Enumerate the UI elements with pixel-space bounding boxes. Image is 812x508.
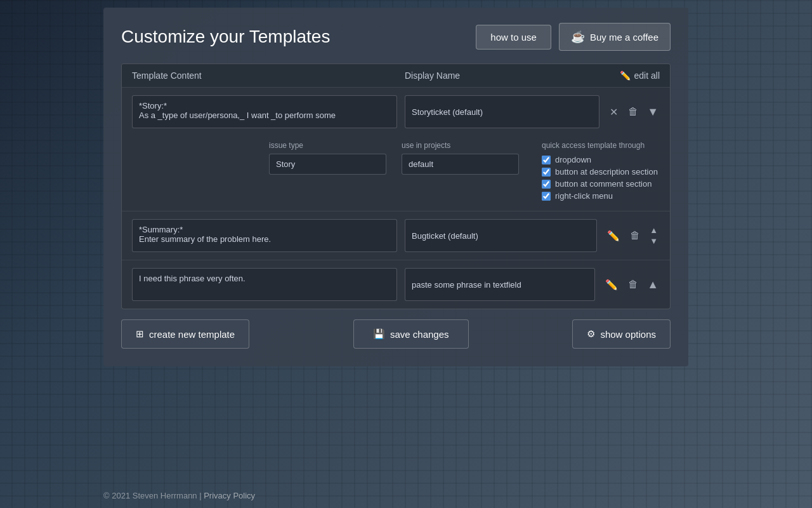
template-row-main-summary: *Summary:* Enter summary of the problem … [122,211,670,260]
story-chevron-button[interactable]: ▼ [646,104,660,120]
how-to-use-button[interactable]: how to use [476,25,551,50]
template-row-main-phrase: I need this phrase very often. ✏️ 🗑 ▲ [122,260,670,309]
show-options-label: show options [600,329,656,340]
privacy-policy-link[interactable]: Privacy Policy [204,491,255,500]
quick-access-section: quick access template through dropdown b… [542,141,658,201]
dropdown-checkbox[interactable] [542,156,551,164]
header-row: Customize your Templates how to use ☕ Bu… [121,23,671,51]
use-in-projects-label: use in projects [402,141,519,150]
pencil-icon: ✏️ [620,70,631,81]
chevron-down-icon: ▼ [647,105,658,119]
dropdown-label: dropdown [555,155,591,164]
sliders-icon: ⚙ [587,328,595,340]
button-description-checkbox[interactable] [542,168,551,177]
edit-all-button[interactable]: ✏️ edit all [620,70,660,81]
page-title: Customize your Templates [121,27,476,47]
use-in-projects-input[interactable] [402,154,519,175]
copyright-text: © 2021 Steven Herrmann | [103,491,204,500]
show-options-button[interactable]: ⚙ show options [572,319,671,349]
create-template-label: create new template [149,329,235,340]
story-delete-button[interactable]: ✕ [607,104,620,121]
issue-type-label: issue type [269,141,386,150]
summary-chevron-down-button[interactable]: ▼ [649,236,658,246]
table-header: Template Content Display Name ✏️ edit al… [122,64,670,88]
summary-content-input[interactable]: *Summary:* Enter summary of the problem … [132,219,397,252]
button-comment-label: button at comment section [555,179,652,189]
summary-row-actions: ✏️ 🗑 ▲ ▼ [605,224,660,248]
summary-edit-button[interactable]: ✏️ [605,227,622,244]
create-template-button[interactable]: ⊞ create new template [121,319,249,349]
story-name-input[interactable] [405,95,599,128]
footer-bar: © 2021 Steven Herrmann | Privacy Policy [103,491,255,500]
edit-all-label: edit all [634,70,660,81]
template-row-summary: *Summary:* Enter summary of the problem … [122,211,670,260]
templates-table: Template Content Display Name ✏️ edit al… [121,64,671,309]
use-in-projects-group: use in projects [402,141,519,201]
button-description-label: button at description section [555,167,658,177]
phrase-row-actions: ✏️ 🗑 ▲ [603,276,660,293]
phrase-name-input[interactable] [405,268,595,301]
right-click-checkbox[interactable] [542,192,551,201]
coffee-icon: ☕ [571,30,585,44]
summary-name-input[interactable] [405,219,597,252]
col-template-content-label: Template Content [132,70,405,81]
dropdown-checkbox-row[interactable]: dropdown [542,155,658,164]
footer-buttons: ⊞ create new template 💾 save changes ⚙ s… [121,319,671,349]
save-changes-button[interactable]: 💾 save changes [353,319,469,349]
save-changes-label: save changes [390,329,449,340]
summary-chevron-buttons: ▲ ▼ [648,224,660,248]
save-icon: 💾 [373,328,385,340]
summary-chevron-up-button[interactable]: ▲ [649,225,658,236]
chevron-up-icon: ▲ [647,278,658,291]
issue-type-group: issue type [269,141,386,201]
right-click-label: right-click menu [555,191,613,201]
summary-trash-button[interactable]: 🗑 [627,227,643,244]
phrase-trash-button[interactable]: 🗑 [625,276,641,293]
buy-coffee-button[interactable]: ☕ Buy me a coffee [559,23,671,51]
story-expanded-section: issue type use in projects quick access … [122,136,670,211]
phrase-chevron-button[interactable]: ▲ [646,277,660,293]
button-description-checkbox-row[interactable]: button at description section [542,167,658,177]
quick-access-title: quick access template through [542,141,658,150]
story-row-actions: ✕ 🗑 ▼ [607,104,660,121]
template-row-phrase: I need this phrase very often. ✏️ 🗑 ▲ [122,260,670,309]
right-click-checkbox-row[interactable]: right-click menu [542,191,658,201]
button-comment-checkbox-row[interactable]: button at comment section [542,179,658,189]
story-trash-button[interactable]: 🗑 [625,104,641,120]
col-display-name-label: Display Name [405,70,620,81]
plus-icon: ⊞ [136,328,144,340]
story-content-input[interactable]: *Story:* As a _type of user/persona,_ I … [132,95,397,128]
main-container: Customize your Templates how to use ☕ Bu… [103,8,688,366]
phrase-edit-button[interactable]: ✏️ [603,276,620,293]
story-expanded-grid: issue type use in projects quick access … [269,141,660,201]
issue-type-input[interactable] [269,154,386,175]
phrase-content-input[interactable]: I need this phrase very often. [132,268,397,301]
button-comment-checkbox[interactable] [542,180,551,189]
template-row-story: *Story:* As a _type of user/persona,_ I … [122,88,670,211]
template-row-main-story: *Story:* As a _type of user/persona,_ I … [122,88,670,136]
buy-coffee-label: Buy me a coffee [590,32,658,43]
